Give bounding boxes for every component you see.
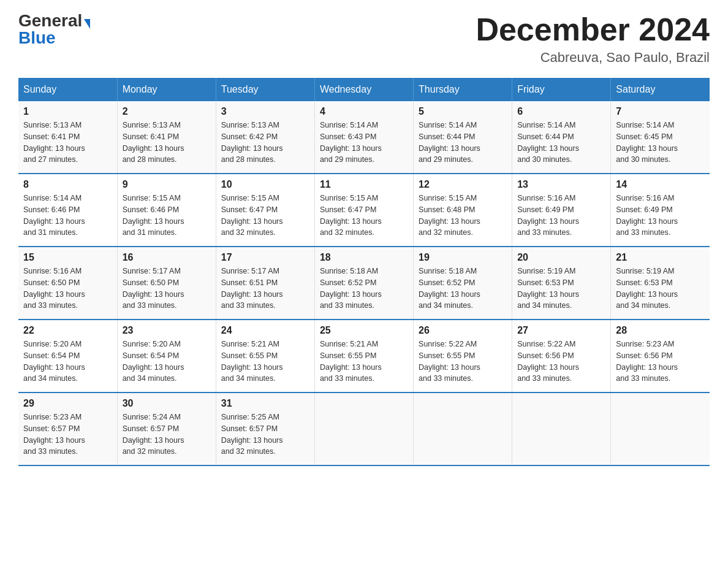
day-info: Sunrise: 5:14 AM Sunset: 6:46 PM Dayligh… — [23, 193, 112, 239]
day-number: 4 — [320, 106, 408, 117]
calendar-cell: 8 Sunrise: 5:14 AM Sunset: 6:46 PM Dayli… — [18, 174, 117, 247]
calendar-cell: 1 Sunrise: 5:13 AM Sunset: 6:41 PM Dayli… — [18, 101, 117, 174]
day-info: Sunrise: 5:18 AM Sunset: 6:52 PM Dayligh… — [419, 266, 507, 312]
day-number: 10 — [221, 179, 309, 190]
calendar-cell: 27 Sunrise: 5:22 AM Sunset: 6:56 PM Dayl… — [512, 320, 611, 393]
calendar-cell: 4 Sunrise: 5:14 AM Sunset: 6:43 PM Dayli… — [314, 101, 413, 174]
calendar-cell: 10 Sunrise: 5:15 AM Sunset: 6:47 PM Dayl… — [216, 174, 314, 247]
calendar-cell: 17 Sunrise: 5:17 AM Sunset: 6:51 PM Dayl… — [216, 247, 314, 320]
calendar-cell: 15 Sunrise: 5:16 AM Sunset: 6:50 PM Dayl… — [18, 247, 117, 320]
day-number: 11 — [320, 179, 408, 190]
day-info: Sunrise: 5:15 AM Sunset: 6:47 PM Dayligh… — [320, 193, 408, 239]
header-thursday: Thursday — [414, 78, 512, 101]
day-number: 12 — [419, 179, 507, 190]
calendar-cell: 6 Sunrise: 5:14 AM Sunset: 6:44 PM Dayli… — [512, 101, 611, 174]
day-info: Sunrise: 5:22 AM Sunset: 6:55 PM Dayligh… — [419, 339, 507, 385]
day-number: 1 — [23, 106, 112, 117]
calendar-cell: 31 Sunrise: 5:25 AM Sunset: 6:57 PM Dayl… — [216, 393, 314, 465]
day-number: 30 — [123, 398, 211, 409]
title-area: December 2024 Cabreuva, Sao Paulo, Brazi… — [476, 12, 710, 66]
day-number: 3 — [221, 106, 309, 117]
day-number: 8 — [23, 179, 112, 190]
day-number: 29 — [23, 398, 112, 409]
day-info: Sunrise: 5:17 AM Sunset: 6:51 PM Dayligh… — [221, 266, 309, 312]
day-info: Sunrise: 5:18 AM Sunset: 6:52 PM Dayligh… — [320, 266, 408, 312]
calendar-cell: 12 Sunrise: 5:15 AM Sunset: 6:48 PM Dayl… — [414, 174, 512, 247]
calendar-cell — [414, 393, 512, 465]
logo: General Blue — [18, 12, 90, 47]
calendar-table: Sunday Monday Tuesday Wednesday Thursday… — [18, 78, 710, 466]
calendar-cell: 19 Sunrise: 5:18 AM Sunset: 6:52 PM Dayl… — [414, 247, 512, 320]
calendar-cell: 23 Sunrise: 5:20 AM Sunset: 6:54 PM Dayl… — [117, 320, 216, 393]
day-number: 21 — [616, 252, 705, 263]
calendar-cell: 5 Sunrise: 5:14 AM Sunset: 6:44 PM Dayli… — [414, 101, 512, 174]
day-info: Sunrise: 5:21 AM Sunset: 6:55 PM Dayligh… — [221, 339, 309, 385]
day-info: Sunrise: 5:14 AM Sunset: 6:44 PM Dayligh… — [419, 120, 507, 166]
calendar-week-row: 1 Sunrise: 5:13 AM Sunset: 6:41 PM Dayli… — [18, 101, 710, 174]
day-info: Sunrise: 5:15 AM Sunset: 6:46 PM Dayligh… — [123, 193, 211, 239]
day-number: 15 — [23, 252, 112, 263]
day-number: 25 — [320, 325, 408, 336]
day-number: 26 — [419, 325, 507, 336]
calendar-week-row: 15 Sunrise: 5:16 AM Sunset: 6:50 PM Dayl… — [18, 247, 710, 320]
calendar-cell: 18 Sunrise: 5:18 AM Sunset: 6:52 PM Dayl… — [314, 247, 413, 320]
day-info: Sunrise: 5:14 AM Sunset: 6:43 PM Dayligh… — [320, 120, 408, 166]
calendar-cell: 20 Sunrise: 5:19 AM Sunset: 6:53 PM Dayl… — [512, 247, 611, 320]
day-info: Sunrise: 5:19 AM Sunset: 6:53 PM Dayligh… — [517, 266, 605, 312]
day-number: 2 — [123, 106, 211, 117]
day-number: 5 — [419, 106, 507, 117]
day-info: Sunrise: 5:20 AM Sunset: 6:54 PM Dayligh… — [23, 339, 112, 385]
day-info: Sunrise: 5:17 AM Sunset: 6:50 PM Dayligh… — [123, 266, 211, 312]
calendar-week-row: 22 Sunrise: 5:20 AM Sunset: 6:54 PM Dayl… — [18, 320, 710, 393]
day-number: 18 — [320, 252, 408, 263]
day-info: Sunrise: 5:25 AM Sunset: 6:57 PM Dayligh… — [221, 412, 309, 458]
day-info: Sunrise: 5:14 AM Sunset: 6:44 PM Dayligh… — [517, 120, 605, 166]
header-monday: Monday — [117, 78, 216, 101]
calendar-header: Sunday Monday Tuesday Wednesday Thursday… — [18, 78, 710, 101]
day-info: Sunrise: 5:23 AM Sunset: 6:57 PM Dayligh… — [23, 412, 112, 458]
calendar-week-row: 29 Sunrise: 5:23 AM Sunset: 6:57 PM Dayl… — [18, 393, 710, 465]
day-info: Sunrise: 5:20 AM Sunset: 6:54 PM Dayligh… — [123, 339, 211, 385]
calendar-cell: 21 Sunrise: 5:19 AM Sunset: 6:53 PM Dayl… — [611, 247, 710, 320]
calendar-cell: 25 Sunrise: 5:21 AM Sunset: 6:55 PM Dayl… — [314, 320, 413, 393]
day-number: 28 — [616, 325, 705, 336]
day-number: 9 — [123, 179, 211, 190]
logo-general-text: General — [18, 11, 82, 30]
day-number: 19 — [419, 252, 507, 263]
day-info: Sunrise: 5:16 AM Sunset: 6:49 PM Dayligh… — [517, 193, 605, 239]
day-number: 16 — [123, 252, 211, 263]
calendar-cell: 16 Sunrise: 5:17 AM Sunset: 6:50 PM Dayl… — [117, 247, 216, 320]
calendar-cell: 29 Sunrise: 5:23 AM Sunset: 6:57 PM Dayl… — [18, 393, 117, 465]
day-number: 14 — [616, 179, 705, 190]
calendar-cell — [512, 393, 611, 465]
calendar-cell: 7 Sunrise: 5:14 AM Sunset: 6:45 PM Dayli… — [611, 101, 710, 174]
logo-line1: General — [18, 12, 90, 29]
calendar-cell: 13 Sunrise: 5:16 AM Sunset: 6:49 PM Dayl… — [512, 174, 611, 247]
calendar-cell — [611, 393, 710, 465]
header-saturday: Saturday — [611, 78, 710, 101]
calendar-cell: 9 Sunrise: 5:15 AM Sunset: 6:46 PM Dayli… — [117, 174, 216, 247]
day-info: Sunrise: 5:21 AM Sunset: 6:55 PM Dayligh… — [320, 339, 408, 385]
day-number: 31 — [221, 398, 309, 409]
day-number: 20 — [517, 252, 605, 263]
day-number: 22 — [23, 325, 112, 336]
calendar-cell: 28 Sunrise: 5:23 AM Sunset: 6:56 PM Dayl… — [611, 320, 710, 393]
day-info: Sunrise: 5:13 AM Sunset: 6:42 PM Dayligh… — [221, 120, 309, 166]
calendar-cell: 3 Sunrise: 5:13 AM Sunset: 6:42 PM Dayli… — [216, 101, 314, 174]
month-title: December 2024 — [476, 12, 710, 47]
day-number: 17 — [221, 252, 309, 263]
logo-blue-text: Blue — [18, 28, 56, 47]
day-info: Sunrise: 5:13 AM Sunset: 6:41 PM Dayligh… — [123, 120, 211, 166]
day-number: 24 — [221, 325, 309, 336]
calendar-cell: 26 Sunrise: 5:22 AM Sunset: 6:55 PM Dayl… — [414, 320, 512, 393]
day-number: 13 — [517, 179, 605, 190]
calendar-cell — [314, 393, 413, 465]
calendar-cell: 24 Sunrise: 5:21 AM Sunset: 6:55 PM Dayl… — [216, 320, 314, 393]
calendar-cell: 30 Sunrise: 5:24 AM Sunset: 6:57 PM Dayl… — [117, 393, 216, 465]
header-sunday: Sunday — [18, 78, 117, 101]
location-title: Cabreuva, Sao Paulo, Brazil — [476, 50, 710, 66]
day-info: Sunrise: 5:24 AM Sunset: 6:57 PM Dayligh… — [123, 412, 211, 458]
day-number: 6 — [517, 106, 605, 117]
day-number: 23 — [123, 325, 211, 336]
calendar-week-row: 8 Sunrise: 5:14 AM Sunset: 6:46 PM Dayli… — [18, 174, 710, 247]
